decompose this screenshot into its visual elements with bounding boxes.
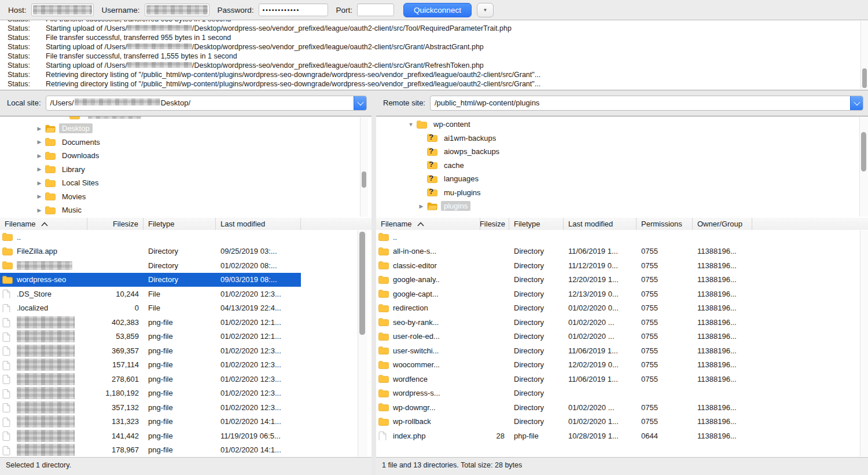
tree-item-label: Music (59, 205, 84, 215)
local-site-combo[interactable]: /Users/Desktop/ (46, 96, 367, 111)
local-tree-scrollbar-track[interactable] (360, 117, 368, 217)
column-header-filesize[interactable]: Filesize (480, 218, 509, 230)
file-icon (2, 418, 13, 426)
collapsed-expander-icon[interactable]: ▶ (34, 193, 45, 199)
file-row-item[interactable]: .. (376, 230, 752, 244)
tree-item-documents[interactable]: ▶Documents (0, 136, 372, 149)
tree-item-languages[interactable]: ?languages (376, 172, 868, 186)
file-row-redirection[interactable]: redirectionDirectory01/02/2020 0...07551… (376, 301, 752, 316)
tree-item-movies[interactable]: ▶Movies (0, 190, 372, 204)
file-row-woocommer[interactable]: woocommer...Directory12/02/2019 0...0755… (376, 358, 752, 372)
column-header-filetype[interactable]: Filetype (144, 218, 216, 230)
filename-text: wordpress-s... (393, 389, 440, 397)
file-row-redacted[interactable]: 369,357png-file01/02/2020 12:3... (0, 344, 301, 358)
collapsed-expander-icon[interactable]: ▶ (415, 203, 427, 209)
column-header-filename[interactable]: Filename (0, 218, 87, 230)
file-row-index-php[interactable]: index.php28php-file10/28/2019 1...064411… (376, 429, 752, 443)
folder-icon (45, 206, 56, 214)
local-tree-scrollbar-thumb[interactable] (362, 171, 366, 188)
status-message: Starting upload of /Users//Desktop/wordp… (46, 43, 484, 51)
redacted-filename (17, 330, 75, 342)
file-row-user-switchi[interactable]: user-switchi...Directory11/06/2019 1...0… (376, 344, 752, 358)
collapsed-expander-icon[interactable]: ▶ (34, 153, 45, 159)
file-row-wordpress-s[interactable]: wordpress-s...Directory (376, 386, 752, 401)
file-row-redacted[interactable]: Directory01/02/2020 08:... (0, 258, 301, 273)
file-row-redacted[interactable]: 53,859png-file01/02/2020 12:1... (0, 330, 301, 344)
file-row-wordfence[interactable]: wordfenceDirectory11/06/2019 1...0755113… (376, 372, 752, 386)
column-header-last-modified[interactable]: Last modified (564, 218, 637, 230)
file-row-redacted[interactable]: 278,601png-file01/02/2020 12:3... (0, 372, 301, 386)
tree-item-plugins[interactable]: ▶plugins (376, 199, 868, 213)
collapsed-expander-icon[interactable]: ▶ (34, 126, 45, 131)
tree-item-desktop[interactable]: ▶Desktop (0, 122, 372, 136)
file-row-filezilla-app[interactable]: FileZilla.appDirectory09/25/2019 03:... (0, 244, 301, 259)
file-row-item[interactable]: .. (0, 230, 301, 244)
file-row-wordpress-seo[interactable]: wordpress-seoDirectory09/03/2019 08:... (0, 273, 301, 287)
file-row-ds-store[interactable]: .DS_Store10,244File01/02/2020 12:3... (0, 287, 301, 301)
cell-type: php-file (509, 432, 564, 440)
status-message: Retrieving directory listing of "/public… (46, 80, 540, 88)
tree-item-local-sites[interactable]: ▶Local Sites (0, 176, 372, 190)
column-header-filesize[interactable]: Filesize (87, 218, 144, 230)
tree-item-cache[interactable]: ?cache (376, 159, 868, 173)
file-row-wp-rollback[interactable]: wp-rollbackDirectory01/02/2020 1...07551… (376, 415, 752, 429)
remote-site-combo[interactable]: /public_html/wp-content/plugins (430, 96, 863, 111)
file-row-localized[interactable]: .localized0File04/13/2019 22:4... (0, 301, 301, 316)
file-row-classic-editor[interactable]: classic-editorDirectory11/12/2019 0...07… (376, 258, 752, 273)
file-row-redacted[interactable]: 157,114png-file01/02/2020 12:3... (0, 358, 301, 372)
column-header-owner-group[interactable]: Owner/Group (693, 218, 752, 230)
tree-item-music[interactable]: ▶Music (0, 203, 372, 217)
collapsed-expander-icon[interactable]: ▶ (34, 207, 45, 213)
status-log-entry: Status:Starting upload of /Users//Deskto… (8, 61, 868, 70)
file-row-google-analy[interactable]: google-analy..Directory12/20/2019 1...07… (376, 273, 752, 287)
expanded-expander-icon[interactable]: ▼ (405, 122, 417, 127)
file-row-redacted[interactable]: 131,323png-file01/02/2020 14:1... (0, 415, 301, 429)
collapsed-expander-icon[interactable]: ▶ (34, 180, 45, 186)
cell-modified: 09/25/2019 03:... (216, 247, 301, 255)
file-row-redacted[interactable]: 357,132png-file01/02/2020 12:3... (0, 400, 301, 415)
tree-item-mu-plugins[interactable]: ?mu-plugins (376, 186, 868, 200)
port-input[interactable] (357, 3, 394, 16)
file-row-redacted[interactable]: 1,180,192png-file01/02/2020 12:3... (0, 386, 301, 401)
tree-item-library[interactable]: ▶Library (0, 163, 372, 177)
file-row-all-in-one-s[interactable]: all-in-one-s...Directory11/06/2019 1...0… (376, 244, 752, 259)
quickconnect-button[interactable]: Quickconnect (403, 3, 472, 17)
tree-item-downloads[interactable]: ▶Downloads (0, 149, 372, 163)
file-row-redacted[interactable]: 402,383png-file01/02/2020 12:1... (0, 315, 301, 330)
file-row-redacted[interactable]: 178,967png-file01/02/2020 14:1... (0, 443, 301, 458)
cell-owner: 11388196... (693, 360, 752, 369)
tree-item-label: cache (441, 160, 467, 170)
status-log[interactable]: Status:File transfer successful, transfe… (0, 20, 868, 90)
collapsed-expander-icon[interactable]: ▶ (34, 139, 45, 145)
local-site-dropdown-button[interactable] (354, 96, 366, 110)
remote-site-dropdown-button[interactable] (850, 96, 863, 110)
host-input[interactable] (31, 3, 94, 16)
tree-item-aiowps-backups[interactable]: ?aiowps_backups (376, 145, 868, 159)
file-row-redacted[interactable]: 141,442png-file11/19/2019 06:5... (0, 429, 301, 443)
local-list-scrollbar-thumb[interactable] (359, 232, 365, 335)
cell-name (0, 330, 87, 342)
file-row-google-capt[interactable]: google-capt...Directory12/13/2019 0...07… (376, 287, 752, 301)
column-header-last-modified[interactable]: Last modified (216, 218, 301, 230)
cell-size: 131,323 (87, 417, 144, 426)
password-input[interactable]: •••••••••••• (259, 3, 328, 16)
column-header-filename[interactable]: Filename (376, 218, 480, 230)
tree-item-wp-content[interactable]: ▼wp-content (376, 118, 868, 131)
log-scrollbar-thumb[interactable] (862, 68, 867, 88)
column-header-filetype[interactable]: Filetype (509, 218, 564, 230)
quickconnect-dropdown-button[interactable]: ▼ (477, 3, 494, 17)
column-header-permissions[interactable]: Permissions (637, 218, 693, 230)
cell-modified: 01/02/2020 ... (564, 403, 637, 412)
cell-modified: 01/02/2020 0... (564, 304, 637, 312)
tree-item-ai1wm-backups[interactable]: ?ai1wm-backups (376, 131, 868, 145)
remote-tree-scrollbar-thumb[interactable] (861, 132, 866, 171)
collapsed-expander-icon[interactable]: ▶ (34, 166, 45, 172)
file-row-wp-downgr[interactable]: wp-downgr...Directory01/02/2020 ...07551… (376, 400, 752, 415)
column-header-label: Filename (381, 220, 411, 228)
filename-text: redirection (393, 304, 428, 312)
file-row-user-role-ed[interactable]: user-role-ed...Directory01/02/2020 ...07… (376, 330, 752, 344)
file-row-seo-by-rank[interactable]: seo-by-rank...Directory01/02/2020 ...075… (376, 315, 752, 330)
remote-list-scrollbar-track[interactable] (860, 231, 868, 456)
cell-permissions: 0755 (637, 332, 693, 341)
username-input[interactable] (145, 3, 209, 16)
